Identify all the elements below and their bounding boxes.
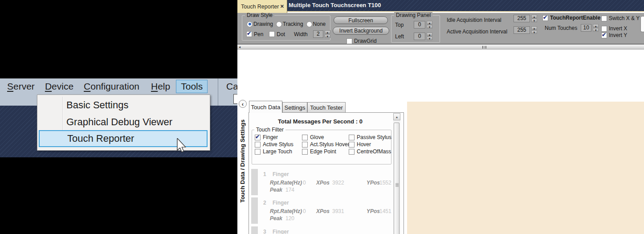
touch-filter-grid: Finger Glove Passive Stylus Active Stylu… [255, 134, 391, 155]
menu-row: Server Device Configuration Help Tools [2, 80, 208, 93]
vertical-scrollbar[interactable]: ▲ [393, 113, 400, 234]
spin-down-icon[interactable]: ▼ [531, 30, 537, 34]
drawing-radio[interactable] [247, 21, 253, 27]
touch-entry-1: 1 Finger Rpt.Rate(Hz)0 XPos3922 YPos1552… [249, 169, 396, 197]
touch-reporter-window: Touch Reporter ✕ Multiple Touch Touchscr… [237, 0, 644, 234]
edge-point-checkbox[interactable] [302, 149, 308, 155]
mouse-cursor-icon [176, 138, 186, 152]
tab-touch-data[interactable]: Touch Data [249, 101, 282, 113]
menu-item-graphical-debug-viewer[interactable]: Graphical Debug Viewer [38, 114, 209, 131]
spin-up-icon[interactable]: ▲ [325, 30, 330, 34]
invert-x-checkbox[interactable] [601, 26, 607, 32]
touch-report-enable-checkbox[interactable] [542, 15, 548, 21]
active-stylus-checkbox[interactable] [255, 142, 261, 148]
spin-down-icon[interactable]: ▼ [593, 28, 599, 32]
horizontal-splitter[interactable]: ◂ [237, 44, 644, 49]
left-app-region: Server Device Configuration Help Tools C… [0, 0, 237, 234]
glove-checkbox[interactable] [302, 135, 308, 140]
spin-down-icon[interactable]: ▼ [427, 25, 432, 29]
tab-settings[interactable]: Settings [282, 102, 307, 113]
spin-down-icon[interactable]: ▼ [325, 34, 330, 38]
idle-acquisition-spinner[interactable]: 255 [514, 15, 530, 22]
toolbar: Draw Style Drawing Tracking None Pen Dot… [237, 13, 644, 44]
close-icon[interactable]: ✕ [280, 4, 284, 9]
switch-xy-checkbox[interactable] [601, 16, 607, 21]
drawing-panel-group: Drawing Panel Top 0 ▲ ▼ Left 0 ▲ ▼ [391, 15, 440, 43]
menu-configuration[interactable]: Configuration [79, 80, 144, 93]
spin-up-icon[interactable]: ▲ [531, 15, 537, 18]
centre-of-mass-checkbox[interactable] [349, 149, 355, 155]
menu-item-basic-settings[interactable]: Basic Settings [38, 97, 209, 114]
dot-checkbox[interactable] [269, 31, 275, 37]
drawing-canvas[interactable] [407, 102, 644, 234]
invert-y-checkbox[interactable] [601, 33, 607, 38]
touch-entry-2: 2 Finger Rpt.Rate(Hz)0 XPos3931 YPos1451… [249, 197, 396, 225]
window-content: ‹ Touch Data / Drawing Settings Touch Da… [237, 49, 644, 234]
spin-down-icon[interactable]: ▼ [531, 19, 537, 22]
touch-entry-3: 3 Finger Rpt.Rate(Hz)0 XPos3917 YPos1837… [249, 226, 396, 234]
touch-data-panel: Total Messages Per Second : 0 Touch Filt… [249, 112, 404, 234]
spin-up-icon[interactable]: ▲ [531, 26, 537, 30]
chevron-left-icon: ‹ [242, 101, 244, 107]
menu-server[interactable]: Server [2, 80, 40, 93]
tracking-radio[interactable] [276, 21, 282, 27]
spin-up-icon[interactable]: ▲ [593, 24, 599, 28]
width-spinner[interactable]: 2 [313, 30, 323, 38]
scroll-up-icon[interactable]: ▲ [393, 113, 400, 120]
tab-multiple-touch-touchscreen[interactable]: Multiple Touch Touchscreen T100 [289, 2, 381, 8]
sidebar-vertical-label: Touch Data / Drawing Settings [238, 109, 247, 213]
menubar-divider [218, 78, 218, 106]
entry-indicator-bar [251, 226, 258, 234]
scroll-left-icon[interactable]: ◂ [239, 45, 240, 49]
scrollbar-grip-icon [395, 183, 399, 187]
menu-tools[interactable]: Tools [176, 80, 208, 93]
spin-up-icon[interactable]: ▲ [427, 21, 432, 25]
passive-stylus-checkbox[interactable] [349, 135, 355, 140]
spin-up-icon[interactable]: ▲ [427, 33, 432, 36]
drawgrid-checkbox[interactable] [346, 38, 352, 44]
panel-left-spinner[interactable]: 0 [414, 33, 425, 40]
none-radio[interactable] [306, 21, 312, 27]
spin-down-icon[interactable]: ▼ [427, 37, 432, 40]
finger-checkbox[interactable] [255, 135, 261, 140]
active-acquisition-spinner[interactable]: 255 [514, 26, 530, 34]
pen-checkbox[interactable] [246, 31, 252, 37]
collapse-panel-button[interactable]: ‹ [239, 100, 247, 108]
menu-device[interactable]: Device [40, 80, 78, 93]
partial-side-button[interactable] [640, 16, 644, 32]
tab-touch-tester[interactable]: Touch Tester [307, 102, 346, 113]
num-touches-spinner[interactable]: 10 [581, 24, 591, 32]
tab-touch-reporter[interactable]: Touch Reporter ✕ [237, 0, 287, 13]
invert-background-button[interactable]: Invert Background [333, 27, 389, 35]
menu-help[interactable]: Help [146, 80, 175, 93]
act-stylus-hover-checkbox[interactable] [302, 142, 308, 148]
panel-top-spinner[interactable]: 0 [414, 21, 425, 29]
hover-checkbox[interactable] [349, 142, 355, 148]
large-touch-checkbox[interactable] [255, 149, 261, 155]
draw-style-group: Draw Style Drawing Tracking None Pen Dot… [242, 15, 330, 41]
touch-filter-group: Touch Filter Finger Glove Passive Stylus… [252, 130, 391, 164]
fullscreen-button[interactable]: Fullscreen [334, 16, 388, 24]
scrollbar-thumb[interactable] [394, 123, 399, 234]
total-messages-label: Total Messages Per Second : 0 [253, 118, 387, 125]
splitter-grip-icon[interactable] [482, 46, 486, 49]
